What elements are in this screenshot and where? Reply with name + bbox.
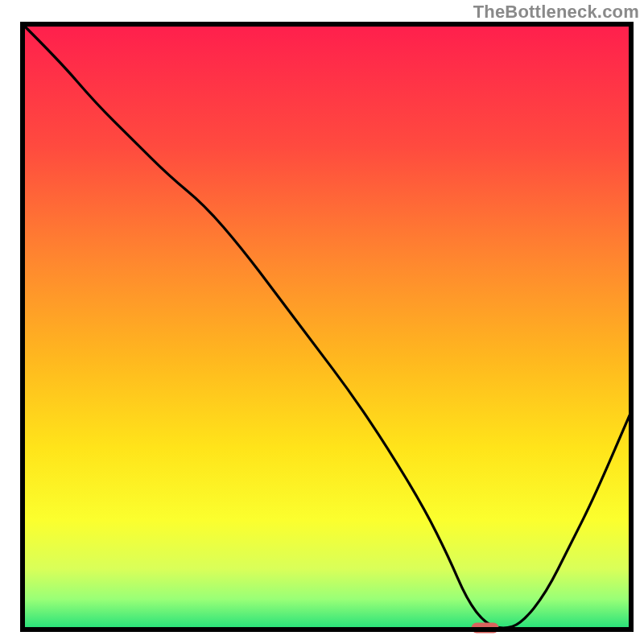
bottleneck-chart xyxy=(0,0,644,644)
watermark-label: TheBottleneck.com xyxy=(473,2,639,23)
chart-frame: TheBottleneck.com xyxy=(0,0,644,644)
gradient-background xyxy=(23,24,631,630)
